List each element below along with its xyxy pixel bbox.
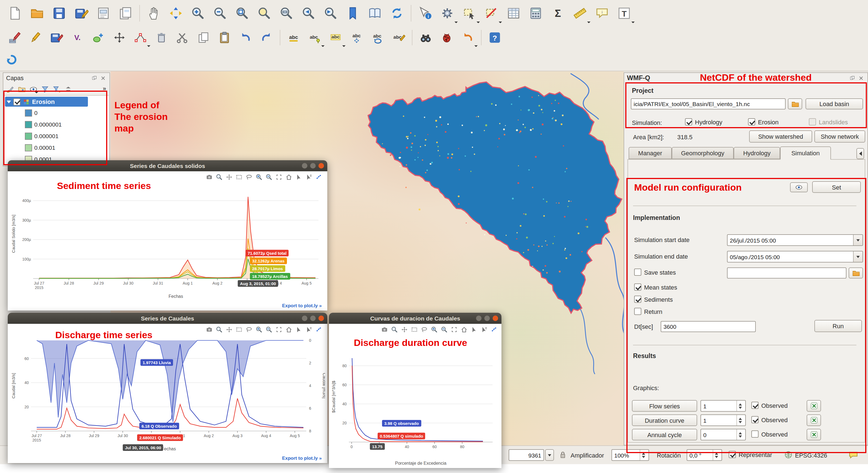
pan-icon[interactable] (400, 325, 409, 334)
expander-icon[interactable] (7, 100, 11, 103)
box-select-icon[interactable] (410, 325, 418, 334)
map-tips-button[interactable]: i (592, 3, 613, 24)
add-group-button[interactable] (17, 84, 27, 94)
reset-axes-icon[interactable] (284, 325, 293, 334)
close-button[interactable] (493, 316, 498, 321)
toolbar-overflow-chevron[interactable]: » (103, 85, 106, 92)
box-select-icon[interactable] (235, 325, 243, 334)
plotly-logo-icon[interactable] (314, 173, 323, 181)
minimize-button[interactable] (476, 316, 482, 321)
export-plotly-link[interactable]: Export to plot.ly » (282, 303, 322, 308)
move-feature-button[interactable] (110, 28, 129, 48)
spin-down-icon[interactable] (715, 455, 718, 458)
tab-scroll-left-button[interactable] (857, 148, 864, 159)
box-select-icon[interactable] (235, 173, 243, 181)
legend-item[interactable]: 0.0000001 (25, 120, 62, 129)
zoom-out-icon[interactable] (264, 173, 273, 181)
duration-curve-observed-checkbox[interactable]: Observed (751, 416, 787, 423)
node-tool-button[interactable] (130, 28, 150, 48)
dropdown-arrow-icon[interactable] (476, 22, 480, 23)
set-button[interactable]: Set (812, 181, 861, 193)
camera-icon[interactable] (205, 173, 213, 181)
refresh-map-button[interactable] (386, 3, 407, 24)
browse-save-states-button[interactable] (849, 267, 863, 279)
help-button[interactable]: ? (485, 28, 505, 48)
statistical-summary-button[interactable]: Σ (547, 3, 568, 24)
browse-project-button[interactable] (788, 98, 802, 109)
load-basin-button[interactable]: Load basin (806, 98, 863, 109)
show-network-button[interactable]: Show network (814, 130, 865, 143)
pan-icon[interactable] (224, 325, 233, 334)
return-checkbox[interactable]: Return (634, 308, 662, 315)
rotacion-spinbox[interactable]: 0,0 ° (687, 449, 722, 461)
change-label-button[interactable]: abc (389, 28, 409, 48)
dropdown-arrow-icon[interactable] (147, 45, 150, 47)
maximize-button[interactable] (310, 163, 316, 168)
layer-item-erosion[interactable]: Erosion (5, 97, 88, 107)
pan-map-button[interactable] (143, 3, 164, 24)
panel-close-button[interactable] (99, 74, 107, 82)
pan-to-selection-button[interactable] (165, 3, 186, 24)
open-project-button[interactable] (27, 3, 48, 24)
zoom-out-icon[interactable] (439, 325, 448, 334)
annual-cycle-export-excel-button[interactable] (807, 429, 821, 440)
identify-features-button[interactable]: i (415, 3, 436, 24)
zoom-to-selection-button[interactable] (254, 3, 275, 24)
dropdown-arrow-icon[interactable] (321, 45, 324, 47)
reset-axes-icon[interactable] (284, 173, 293, 181)
dropdown-arrow-icon[interactable] (342, 45, 345, 47)
current-edits-button[interactable] (4, 28, 24, 48)
start-date-combo[interactable]: 26/jul./2015 05:00 (727, 234, 863, 246)
show-watershed-button[interactable]: Show watershed (749, 130, 812, 143)
coordinate-box[interactable]: 9361 (509, 449, 544, 461)
undo-button[interactable] (236, 28, 255, 48)
panel-close-button[interactable] (858, 74, 865, 82)
save-states-checkbox[interactable]: Save states (634, 269, 676, 276)
zoom-icon[interactable] (215, 325, 223, 334)
hydrology-checkbox[interactable]: Hydrology (685, 118, 722, 125)
window-titlebar[interactable]: Series de Caudales solidos (8, 160, 327, 171)
plotly-logo-icon[interactable] (489, 325, 498, 334)
hover-closest-icon[interactable] (294, 173, 303, 181)
lasso-icon[interactable] (420, 325, 429, 334)
save-states-path-input[interactable] (727, 267, 846, 279)
show-bookmarks-button[interactable] (364, 3, 385, 24)
spin-up-icon[interactable] (715, 452, 718, 454)
lasso-icon[interactable] (244, 173, 253, 181)
save-project-as-button[interactable] (71, 3, 92, 24)
filter-by-expression-button[interactable]: ε (52, 84, 61, 94)
tab-hydrology[interactable]: Hydrology (734, 147, 780, 159)
wmfq-plugin-button[interactable] (4, 53, 19, 67)
flow-series-button[interactable]: Flow series (632, 400, 697, 412)
zoom-to-layer-button[interactable] (276, 3, 297, 24)
camera-icon[interactable] (205, 325, 213, 334)
hover-compare-icon[interactable] (304, 325, 313, 334)
open-layer-styling-button[interactable] (5, 84, 15, 94)
layer-labeling-button[interactable]: abc (284, 28, 304, 48)
save-project-button[interactable] (49, 3, 70, 24)
hover-closest-icon[interactable] (469, 325, 478, 334)
zoom-in-icon[interactable] (254, 325, 263, 334)
legend-item[interactable]: 0 (25, 108, 38, 117)
open-attribute-table-button[interactable] (503, 3, 524, 24)
measure-button[interactable] (569, 3, 590, 24)
text-annotation-button[interactable]: T (614, 3, 635, 24)
amplificador-spinbox[interactable]: 100% (612, 449, 649, 461)
python-error-log-button[interactable] (437, 28, 457, 48)
manage-map-themes-button[interactable] (28, 84, 38, 94)
collapse-all-button[interactable] (63, 84, 73, 94)
autoscale-icon[interactable] (450, 325, 458, 334)
dt-input[interactable]: 3600 (661, 321, 756, 332)
coordinate-dropdown-button[interactable] (545, 449, 554, 461)
flow-series-observed-checkbox[interactable]: Observed (751, 402, 787, 409)
epsg-label[interactable]: EPSG:4326 (795, 452, 827, 459)
sediment-chart[interactable]: 100µ200µ300µ400µJul 272015Jul 28Jul 29Ju… (10, 184, 325, 301)
annual-cycle-observed-checkbox[interactable]: Observed (751, 431, 787, 438)
close-button[interactable] (318, 316, 324, 321)
sediments-checkbox[interactable]: Sediments (634, 296, 673, 303)
redo-button[interactable] (256, 28, 276, 48)
filter-legend-button[interactable] (40, 84, 50, 94)
spin-down-icon[interactable] (642, 455, 645, 458)
dropdown-arrow-icon[interactable] (455, 22, 458, 23)
add-feature-button[interactable] (89, 28, 108, 48)
